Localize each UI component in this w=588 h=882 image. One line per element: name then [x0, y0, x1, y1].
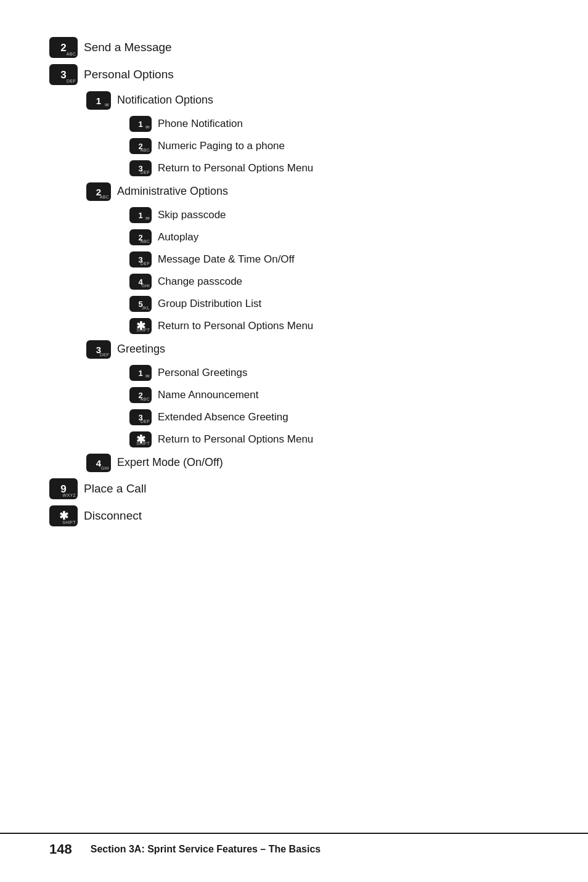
- key-badge-send-message: 2ABC: [49, 37, 78, 58]
- menu-item-return-personal-1: 3DEFReturn to Personal Options Menu: [129, 160, 539, 176]
- item-text-skip-passcode: Skip passcode: [158, 208, 226, 222]
- item-text-personal-options: Personal Options: [84, 67, 174, 83]
- item-text-return-personal-3: Return to Personal Options Menu: [158, 433, 313, 446]
- item-text-autoplay: Autoplay: [158, 231, 198, 244]
- menu-item-personal-greetings: 1✉Personal Greetings: [129, 365, 539, 381]
- key-badge-skip-passcode: 1✉: [129, 207, 152, 223]
- item-text-expert-mode: Expert Mode (On/Off): [117, 455, 223, 470]
- key-badge-personal-options: 3DEF: [49, 64, 78, 85]
- menu-item-disconnect: ✱SHIFTDisconnect: [49, 505, 539, 526]
- item-text-phone-notification: Phone Notification: [158, 117, 243, 131]
- menu-item-return-personal-3: ✱SHIFTReturn to Personal Options Menu: [129, 431, 539, 447]
- page-content: 2ABCSend a Message3DEFPersonal Options1✉…: [0, 0, 588, 582]
- footer-section-title: Section 3A: Sprint Service Features – Th…: [91, 836, 321, 855]
- key-badge-message-date-time: 3DEF: [129, 251, 152, 267]
- key-badge-autoplay: 2ABC: [129, 229, 152, 245]
- key-badge-group-distribution: 5JKL: [129, 296, 152, 312]
- key-badge-numeric-paging: 2ABC: [129, 138, 152, 154]
- menu-item-name-announcement: 2ABCName Announcement: [129, 387, 539, 403]
- item-text-group-distribution: Group Distribution List: [158, 297, 261, 311]
- menu-item-greetings: 3DEFGreetings: [86, 340, 539, 359]
- menu-item-message-date-time: 3DEFMessage Date & Time On/Off: [129, 251, 539, 267]
- menu-item-phone-notification: 1✉Phone Notification: [129, 116, 539, 132]
- menu-item-personal-options: 3DEFPersonal Options: [49, 64, 539, 85]
- footer-page-number: 148: [49, 834, 72, 857]
- menu-item-numeric-paging: 2ABCNumeric Paging to a phone: [129, 138, 539, 154]
- item-text-administrative-options: Administrative Options: [117, 184, 228, 198]
- menu-item-change-passcode: 4GHIChange passcode: [129, 274, 539, 290]
- key-badge-change-passcode: 4GHI: [129, 274, 152, 290]
- menu-item-autoplay: 2ABCAutoplay: [129, 229, 539, 245]
- key-badge-return-personal-3: ✱SHIFT: [129, 431, 152, 447]
- menu-item-group-distribution: 5JKLGroup Distribution List: [129, 296, 539, 312]
- menu-item-send-message: 2ABCSend a Message: [49, 37, 539, 58]
- key-badge-name-announcement: 2ABC: [129, 387, 152, 403]
- key-badge-expert-mode: 4GHI: [86, 454, 111, 472]
- item-text-place-call: Place a Call: [84, 481, 146, 497]
- key-badge-notification-options: 1✉: [86, 91, 111, 110]
- item-text-change-passcode: Change passcode: [158, 275, 242, 288]
- item-text-notification-options: Notification Options: [117, 93, 213, 107]
- item-text-personal-greetings: Personal Greetings: [158, 366, 248, 380]
- menu-item-notification-options: 1✉Notification Options: [86, 91, 539, 110]
- key-badge-extended-absence: 3DEF: [129, 409, 152, 425]
- item-text-name-announcement: Name Announcement: [158, 388, 259, 402]
- key-badge-administrative-options: 2ABC: [86, 182, 111, 201]
- menu-item-administrative-options: 2ABCAdministrative Options: [86, 182, 539, 201]
- key-badge-greetings: 3DEF: [86, 340, 111, 359]
- page-footer: 148 Section 3A: Sprint Service Features …: [0, 833, 588, 857]
- item-text-greetings: Greetings: [117, 342, 165, 356]
- menu-item-extended-absence: 3DEFExtended Absence Greeting: [129, 409, 539, 425]
- item-text-return-personal-2: Return to Personal Options Menu: [158, 319, 313, 333]
- item-text-return-personal-1: Return to Personal Options Menu: [158, 161, 313, 175]
- item-text-disconnect: Disconnect: [84, 508, 142, 524]
- key-badge-return-personal-1: 3DEF: [129, 160, 152, 176]
- menu-item-place-call: 9WXYZPlace a Call: [49, 478, 539, 499]
- menu-item-return-personal-2: ✱SHIFTReturn to Personal Options Menu: [129, 318, 539, 334]
- key-badge-disconnect: ✱SHIFT: [49, 505, 78, 526]
- item-text-numeric-paging: Numeric Paging to a phone: [158, 139, 285, 153]
- menu-item-skip-passcode: 1✉Skip passcode: [129, 207, 539, 223]
- item-text-message-date-time: Message Date & Time On/Off: [158, 253, 295, 266]
- key-badge-place-call: 9WXYZ: [49, 478, 78, 499]
- key-badge-return-personal-2: ✱SHIFT: [129, 318, 152, 334]
- menu-container: 2ABCSend a Message3DEFPersonal Options1✉…: [49, 37, 539, 526]
- menu-item-expert-mode: 4GHIExpert Mode (On/Off): [86, 454, 539, 472]
- key-badge-phone-notification: 1✉: [129, 116, 152, 132]
- item-text-send-message: Send a Message: [84, 40, 172, 55]
- item-text-extended-absence: Extended Absence Greeting: [158, 410, 288, 424]
- key-badge-personal-greetings: 1✉: [129, 365, 152, 381]
